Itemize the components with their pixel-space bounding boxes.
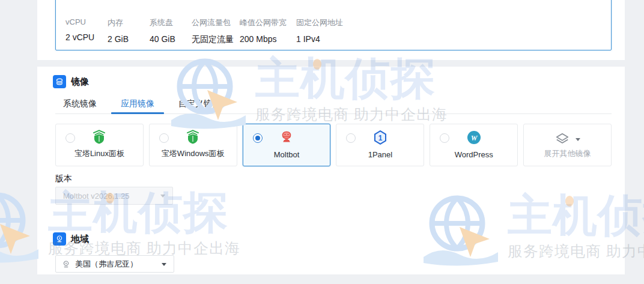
moltbot-lobster-icon (243, 130, 330, 145)
image-option-baota-linux[interactable]: 宝塔Linux面板 (55, 124, 144, 166)
watermark-globe-icon (0, 189, 41, 267)
image-option-label: 宝塔Linux面板 (56, 148, 143, 159)
baota-shield-icon (56, 130, 143, 145)
spec-value: 1 IPv4 (296, 34, 343, 44)
chevron-down-icon (162, 263, 166, 266)
chevron-down-icon (160, 195, 165, 198)
spec-value: 无固定流量 (192, 34, 234, 45)
image-region-card: 镜像 系统镜像 应用镜像 自定义镜像 宝塔Linux面板 (37, 67, 625, 274)
spec-traffic-package: 公网流量包 无固定流量 (192, 17, 234, 45)
version-label: 版本 (55, 174, 72, 184)
chevron-down-icon (576, 138, 580, 141)
spec-system-disk: 系统盘 40 GiB (150, 17, 175, 44)
spec-vcpu: vCPU 2 vCPU (65, 17, 94, 42)
tab-system-image[interactable]: 系统镜像 (63, 94, 97, 113)
image-option-row: 宝塔Linux面板 宝塔Windows面板 (55, 124, 612, 166)
image-option-baota-windows[interactable]: 宝塔Windows面板 (149, 124, 237, 166)
tab-app-image[interactable]: 应用镜像 (121, 94, 154, 113)
region-section-title: 地域 (71, 234, 89, 245)
spec-value: 2 GiB (108, 34, 129, 44)
image-section-icon (53, 75, 66, 88)
region-dropdown[interactable]: 美国（弗吉尼亚） (55, 255, 174, 273)
image-option-wordpress[interactable]: W WordPress (430, 124, 518, 166)
spec-label: 内存 (108, 17, 129, 28)
region-section-icon (53, 232, 66, 246)
spec-label: vCPU (65, 17, 94, 26)
image-option-1panel[interactable]: 1 1Panel (336, 124, 424, 166)
version-dropdown-value: Moltbot v2026.1.25 (63, 192, 130, 201)
image-section-title: 镜像 (71, 76, 89, 88)
spec-value: 200 Mbps (240, 34, 287, 44)
spec-peak-bandwidth: 峰值公网带宽 200 Mbps (240, 17, 287, 44)
spec-label: 系统盘 (150, 17, 175, 28)
selected-plan-spec-box[interactable]: vCPU 2 vCPU 内存 2 GiB 系统盘 40 GiB 公网流量包 无固… (55, 0, 612, 50)
image-option-moltbot[interactable]: Moltbot (243, 124, 331, 166)
spec-label: 固定公网地址 (296, 17, 343, 28)
wordpress-icon: W (430, 130, 517, 145)
1panel-hexagon-icon: 1 (336, 130, 424, 145)
plan-section-card: vCPU 2 vCPU 内存 2 GiB 系统盘 40 GiB 公网流量包 无固… (37, 0, 625, 60)
svg-text:W: W (470, 134, 478, 142)
baota-shield-icon (150, 130, 237, 145)
tab-custom-image[interactable]: 自定义镜像 (178, 94, 220, 113)
image-option-label: 1Panel (336, 150, 424, 159)
spec-public-ip: 固定公网地址 1 IPv4 (296, 17, 343, 44)
spec-label: 峰值公网带宽 (240, 17, 287, 28)
location-pin-icon (62, 260, 70, 268)
image-option-label: WordPress (430, 150, 517, 159)
spec-value: 40 GiB (150, 34, 175, 44)
layered-disc-icon (55, 77, 64, 86)
page: vCPU 2 vCPU 内存 2 GiB 系统盘 40 GiB 公网流量包 无固… (0, 0, 644, 284)
image-tabbar: 系统镜像 应用镜像 自定义镜像 (55, 94, 612, 114)
expand-other-images-card[interactable]: 展开其他镜像 (523, 124, 612, 166)
spec-value: 2 vCPU (65, 32, 94, 42)
spec-memory: 内存 2 GiB (108, 17, 129, 44)
region-dropdown-value: 美国（弗吉尼亚） (75, 259, 138, 270)
svg-text:1: 1 (378, 134, 383, 142)
image-option-label: Moltbot (243, 150, 330, 159)
location-pin-icon (55, 235, 64, 243)
expand-other-images-label: 展开其他镜像 (524, 148, 611, 159)
layers-icon (555, 132, 570, 147)
spec-label: 公网流量包 (192, 17, 234, 28)
version-dropdown[interactable]: Moltbot v2026.1.25 (55, 187, 173, 205)
image-option-label: 宝塔Windows面板 (150, 148, 237, 159)
